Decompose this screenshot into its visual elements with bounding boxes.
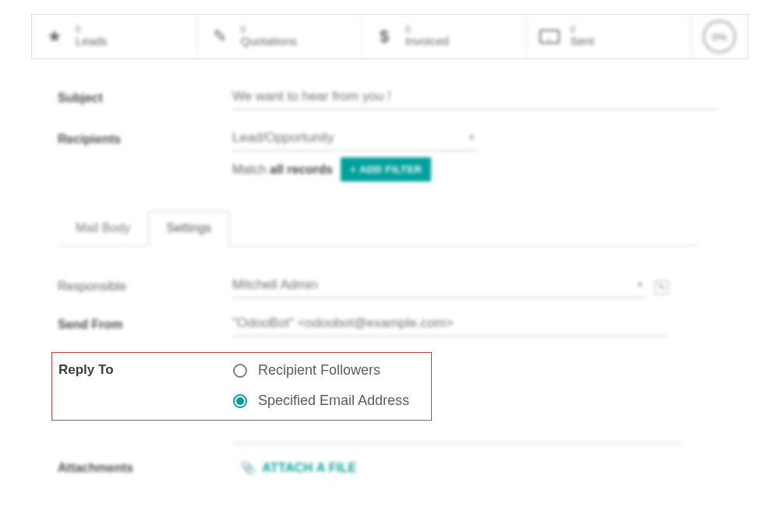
send-from-label: Send From [58,318,232,332]
mailing-form-view: 0 Leads 0 Quotations 0 Invoiced 0 Sent [0,0,760,532]
match-text: Match all records [232,163,333,177]
stat-invoiced[interactable]: 0 Invoiced [362,15,527,58]
pencil-icon [210,26,230,47]
recipients-select[interactable]: Lead/Opportunity [232,127,477,151]
stat-sent-label: Sent [571,35,595,48]
stat-invoiced-label: Invoiced [405,35,449,48]
dollar-icon [374,26,394,47]
responsible-select[interactable]: Mitchell Admin ▾ [232,274,645,298]
external-link-icon[interactable] [655,280,669,293]
chevron-down-icon: ▾ [638,279,642,290]
stat-quotations-label: Quotations [241,35,298,48]
radio-icon [233,364,247,378]
stat-quotations[interactable]: 0 Quotations [197,15,362,58]
star-icon [44,26,65,47]
reply-to-highlight: Reply To Recipient Followers Specified E… [51,352,432,421]
stat-leads-label: Leads [76,35,108,48]
tabs: Mail Body Settings [58,211,697,246]
send-from-input[interactable]: "OdooBot" <odoobot@example.com> [232,312,669,336]
stat-leads[interactable]: 0 Leads [32,15,197,58]
reply-to-radios: Recipient Followers Specified Email Addr… [233,361,409,409]
envelope-icon [539,30,560,44]
reply-to-label: Reply To [58,361,233,378]
percent-value: 0% [712,31,727,43]
responsible-label: Responsible [58,280,232,294]
recipients-label: Recipients [58,132,232,146]
tab-mail-body[interactable]: Mail Body [58,211,148,245]
subject-label: Subject [58,91,232,105]
stat-percent[interactable]: 0% [691,15,748,58]
subject-input[interactable]: We want to hear from you ! [232,86,717,110]
stat-sent[interactable]: 0 Sent [527,15,692,58]
divider [232,442,680,443]
radio-icon-checked [233,394,247,408]
attachments-label: Attachments [58,461,232,475]
reply-option-followers[interactable]: Recipient Followers [233,362,409,379]
stat-bar: 0 Leads 0 Quotations 0 Invoiced 0 Sent [31,14,748,59]
attach-file-link[interactable]: 📎 ATTACH A FILE [240,460,357,475]
tab-settings[interactable]: Settings [148,211,229,246]
plus-icon: + [350,164,356,175]
reply-option-specified[interactable]: Specified Email Address [233,393,409,409]
add-filter-button[interactable]: +ADD FILTER [341,157,431,181]
percent-ring: 0% [702,19,737,54]
paperclip-icon: 📎 [240,460,256,475]
